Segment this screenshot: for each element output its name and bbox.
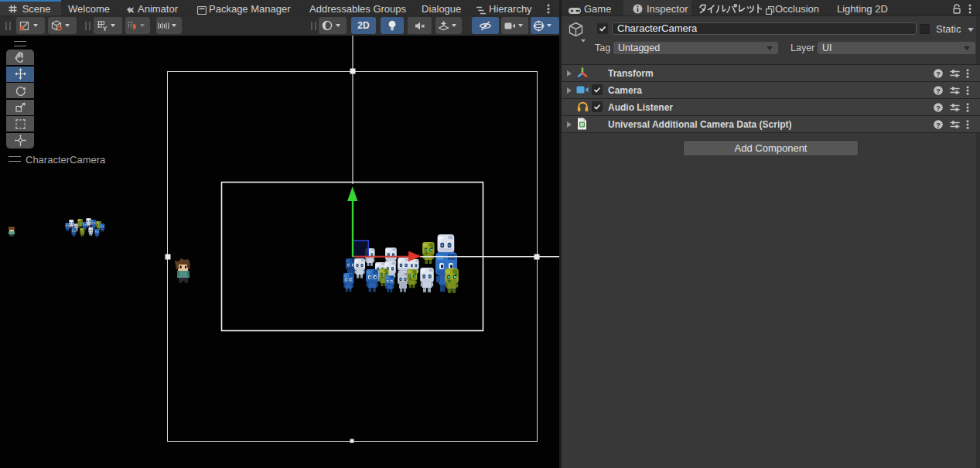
svg-text:Y: Y	[103, 25, 108, 31]
svg-text:?: ?	[936, 87, 941, 95]
svg-text:?: ?	[936, 70, 941, 78]
svg-text:?: ?	[936, 104, 941, 112]
svg-text:?: ?	[936, 121, 941, 129]
